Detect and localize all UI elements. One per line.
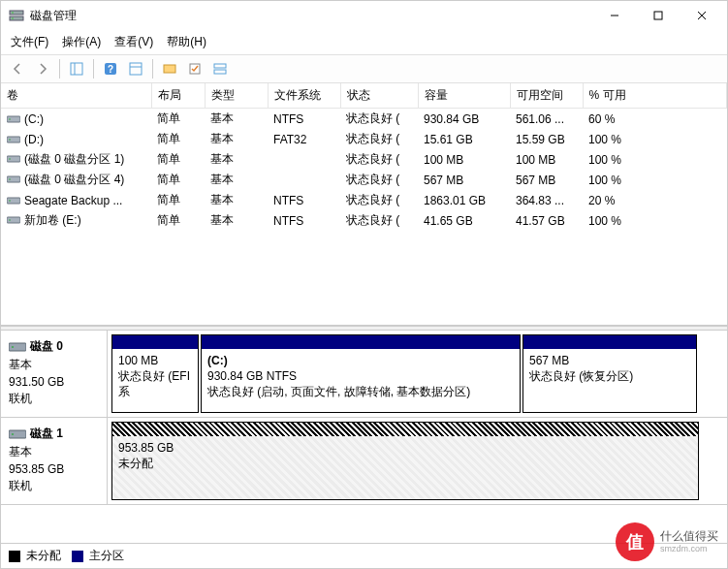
close-button[interactable]: [680, 2, 723, 29]
svg-point-2: [12, 12, 14, 14]
disk-row: 磁盘 1 基本 953.85 GB 联机 953.85 GB 未分配: [1, 418, 727, 505]
menu-file[interactable]: 文件(F): [11, 34, 48, 50]
table-row[interactable]: (磁盘 0 磁盘分区 1)简单基本状态良好 (100 MB100 MB100 %: [1, 149, 727, 170]
svg-rect-17: [214, 70, 226, 74]
table-row[interactable]: (C:)简单基本NTFS状态良好 (930.84 GB561.06 ...60 …: [1, 109, 727, 130]
svg-point-19: [9, 118, 11, 120]
partition[interactable]: 100 MB 状态良好 (EFI 系: [111, 334, 199, 413]
col-volume[interactable]: 卷: [1, 83, 151, 109]
table-row[interactable]: 新加卷 (E:)简单基本NTFS状态良好 (41.65 GB41.57 GB10…: [1, 210, 727, 231]
properties-button[interactable]: [184, 58, 206, 79]
maximize-button[interactable]: [636, 2, 680, 29]
col-status[interactable]: 状态: [340, 83, 418, 109]
table-row[interactable]: (磁盘 0 磁盘分区 4)简单基本状态良好 (567 MB567 MB100 %: [1, 170, 727, 190]
cell-free: 41.57 GB: [510, 210, 583, 231]
disk-size: 953.85 GB: [9, 462, 99, 476]
partition-status: 状态良好 (启动, 页面文件, 故障转储, 基本数据分区): [207, 384, 514, 399]
disk-parts: 953.85 GB 未分配: [108, 418, 727, 504]
menu-action[interactable]: 操作(A): [62, 34, 101, 50]
partition-size: 953.85 GB: [118, 440, 692, 456]
partition-status: 状态良好 (恢复分区): [529, 368, 690, 384]
cell-fs: NTFS: [268, 210, 340, 231]
partition[interactable]: 953.85 GB 未分配: [111, 422, 699, 500]
volumes-pane[interactable]: 卷 布局 类型 文件系统 状态 容量 可用空间 % 可用 (C:)简单基本NTF…: [1, 83, 727, 326]
cell-type: 基本: [205, 109, 268, 130]
cell-free: 561.06 ...: [510, 109, 583, 130]
legend-unalloc: 未分配: [26, 548, 61, 564]
svg-point-33: [12, 433, 14, 435]
col-type[interactable]: 类型: [205, 83, 268, 109]
svg-rect-1: [10, 16, 23, 20]
menu-help[interactable]: 帮助(H): [167, 34, 206, 50]
disks-pane[interactable]: 磁盘 0 基本 931.50 GB 联机 100 MB 状态良好 (EFI 系 …: [1, 331, 727, 543]
cell-type: 基本: [205, 149, 268, 170]
partition-title: (C:): [207, 353, 514, 368]
partition-header: [202, 335, 520, 349]
disk-state: 联机: [9, 478, 99, 494]
disk-label[interactable]: 磁盘 0 基本 931.50 GB 联机: [1, 331, 108, 417]
forward-button[interactable]: [32, 58, 53, 79]
table-header-row: 卷 布局 类型 文件系统 状态 容量 可用空间 % 可用: [1, 83, 727, 109]
svg-point-23: [9, 158, 11, 160]
cell-free: 15.59 GB: [510, 129, 583, 149]
col-layout[interactable]: 布局: [151, 83, 205, 109]
cell-fs: FAT32: [268, 129, 340, 149]
cell-type: 基本: [205, 170, 268, 190]
disk-icon: [9, 340, 26, 354]
cell-pct: 100 %: [583, 129, 727, 149]
svg-rect-5: [654, 12, 662, 19]
legend: 未分配 主分区: [1, 543, 727, 568]
disk-row: 磁盘 0 基本 931.50 GB 联机 100 MB 状态良好 (EFI 系 …: [1, 331, 727, 418]
col-fs[interactable]: 文件系统: [268, 83, 340, 109]
col-capacity[interactable]: 容量: [418, 83, 510, 109]
partition-status: 状态良好 (EFI 系: [118, 368, 192, 399]
disk-icon: [9, 427, 26, 441]
partition-header: [112, 335, 198, 349]
cell-layout: 简单: [151, 109, 205, 130]
show-tree-button[interactable]: [66, 58, 87, 79]
svg-point-29: [9, 219, 11, 221]
cell-status: 状态良好 (: [340, 149, 418, 170]
svg-rect-32: [9, 430, 26, 438]
table-row[interactable]: (D:)简单基本FAT32状态良好 (15.61 GB15.59 GB100 %: [1, 129, 727, 149]
cell-type: 基本: [205, 210, 268, 231]
menu-view[interactable]: 查看(V): [114, 34, 153, 50]
col-pct[interactable]: % 可用: [583, 83, 727, 109]
svg-rect-12: [130, 63, 142, 75]
legend-swatch-primary: [72, 551, 83, 562]
cell-type: 基本: [205, 190, 268, 210]
cell-volume: (C:): [1, 109, 151, 130]
partition[interactable]: (C:) 930.84 GB NTFS 状态良好 (启动, 页面文件, 故障转储…: [201, 334, 521, 413]
cell-capacity: 15.61 GB: [418, 129, 510, 149]
cell-volume: Seagate Backup ...: [1, 190, 151, 210]
refresh-button[interactable]: [125, 58, 146, 79]
svg-text:?: ?: [108, 64, 113, 75]
partition-body: 567 MB 状态良好 (恢复分区): [523, 349, 696, 412]
partition[interactable]: 567 MB 状态良好 (恢复分区): [522, 334, 697, 413]
cell-layout: 简单: [151, 129, 205, 149]
partition-status: 未分配: [118, 456, 692, 471]
legend-primary: 主分区: [89, 548, 124, 564]
window-title: 磁盘管理: [30, 8, 77, 24]
minimize-button[interactable]: [592, 2, 636, 29]
cell-status: 状态良好 (: [340, 190, 418, 210]
table-row[interactable]: Seagate Backup ...简单基本NTFS状态良好 (1863.01 …: [1, 190, 727, 210]
svg-point-21: [9, 139, 11, 141]
help-button[interactable]: ?: [100, 58, 121, 79]
disk-label[interactable]: 磁盘 1 基本 953.85 GB 联机: [1, 418, 108, 504]
titlebar: 磁盘管理: [1, 1, 727, 30]
disk-name: 磁盘 1: [30, 426, 63, 442]
svg-point-25: [9, 178, 11, 180]
svg-rect-8: [71, 63, 82, 75]
back-button[interactable]: [7, 58, 28, 79]
cell-capacity: 567 MB: [418, 170, 510, 190]
toolbar-separator: [59, 59, 60, 79]
disk-size: 931.50 GB: [9, 375, 99, 389]
settings-button[interactable]: [159, 58, 180, 79]
partition-size: 567 MB: [529, 353, 690, 368]
partition-body: 953.85 GB 未分配: [112, 436, 698, 499]
cell-capacity: 1863.01 GB: [418, 190, 510, 210]
col-free[interactable]: 可用空间: [510, 83, 583, 109]
svg-rect-16: [214, 64, 226, 68]
layout-button[interactable]: [209, 58, 231, 79]
